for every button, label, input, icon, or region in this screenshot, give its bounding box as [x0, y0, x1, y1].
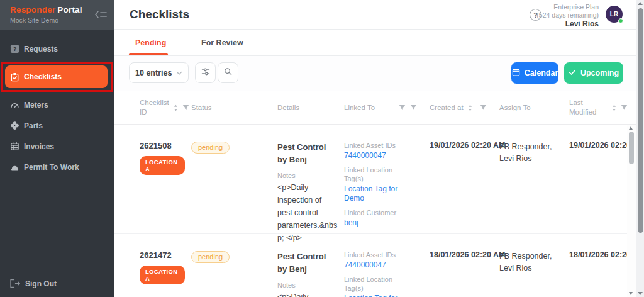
linked-customer-link[interactable]: benj [344, 218, 404, 228]
cell-checklist-id: 2621472 LOCATION A [140, 250, 191, 297]
scroll-up-arrow-icon[interactable] [638, 2, 643, 5]
sidebar-item-permit-to-work[interactable]: Permit To Work [0, 157, 114, 177]
sliders-icon [201, 67, 211, 79]
sidebar-item-label: Requests [24, 45, 58, 53]
help-box-icon: ? [10, 44, 19, 53]
scroll-down-arrow-icon[interactable] [638, 292, 643, 295]
top-header: Checklists ? Enterprise Plan (524 days r… [114, 0, 636, 30]
page-scrollbar[interactable] [636, 0, 644, 297]
linked-location-label: Linked Location Tag(s) [344, 275, 404, 293]
location-badge: LOCATION A [140, 156, 185, 175]
calendar-button[interactable]: Calendar [511, 62, 558, 84]
toolbar: 10 entries Calendar Upcoming [114, 56, 636, 91]
cell-created-at: 19/01/2026 02:20 AM [430, 141, 499, 244]
active-tab-underline [129, 53, 168, 55]
col-header-last-modified: Last Modified [569, 98, 636, 117]
filter-funnel-icon[interactable] [621, 104, 628, 111]
filter-funnel-icon[interactable] [410, 104, 417, 111]
app-window: ResponderPortal Mock Site Demo ? Request… [0, 0, 644, 297]
site-subtitle: Mock Site Demo [10, 16, 106, 24]
avatar[interactable]: LR [606, 6, 623, 23]
scroll-down-arrow-icon[interactable] [629, 292, 633, 295]
sidebar-item-label: Permit To Work [24, 163, 79, 172]
sort-icon[interactable] [174, 104, 178, 111]
linked-asset-link[interactable]: 7440000047 [344, 151, 404, 160]
gauge-icon [10, 100, 19, 109]
created-at: 18/01/2026 02:20 AM [430, 250, 493, 259]
cell-linked-to: Linked Asset IDs 7440000047 Linked Locat… [344, 250, 430, 297]
clipboard-check-icon [10, 72, 19, 82]
table-scrollbar[interactable] [627, 125, 636, 297]
location-badge: LOCATION A [140, 266, 185, 284]
cell-last-modified: 19/01/2026 02:20 AM [569, 141, 636, 244]
sign-out-button[interactable]: Sign Out [0, 279, 114, 288]
sign-out-label: Sign Out [25, 279, 57, 288]
brand-accent: Responder [10, 5, 55, 14]
sidebar-item-invoices[interactable]: Invoices [0, 136, 114, 157]
status-badge: pending [191, 251, 230, 263]
linked-asset-label: Linked Asset IDs [344, 250, 404, 259]
sidebar-item-checklists[interactable]: Checklists [5, 65, 108, 88]
col-header-linked-to: Linked To [344, 103, 430, 113]
sidebar-item-label: Meters [24, 101, 48, 109]
linked-location-link[interactable]: Location Tag for Demo [344, 294, 404, 297]
upcoming-button-label: Upcoming [580, 69, 619, 77]
table-scrollbar-thumb[interactable] [629, 132, 634, 164]
page-scrollbar-thumb[interactable] [638, 8, 643, 233]
brand: ResponderPortal [10, 5, 106, 14]
linked-location-link[interactable]: Location Tag for Demo [344, 184, 404, 203]
check-icon [569, 69, 576, 77]
table-row[interactable]: 2621508 LOCATION A pending Pest Control … [114, 125, 636, 233]
cell-assign-to: FB Responder, Levi Rios [499, 250, 569, 297]
tab-for-review[interactable]: For Review [201, 30, 243, 56]
col-header-details: Details [277, 103, 344, 113]
sort-icon[interactable] [612, 104, 616, 111]
col-header-checklist-id: Checklist ID [140, 98, 191, 117]
status-badge: pending [191, 142, 230, 154]
plan-info: Enterprise Plan (524 days remaining) Lev… [536, 3, 599, 28]
filter-settings-button[interactable] [195, 62, 216, 83]
linked-location-label: Linked Location Tag(s) [344, 165, 404, 183]
entries-dropdown[interactable]: 10 entries [129, 62, 189, 83]
created-at: 19/01/2026 02:20 AM [430, 141, 493, 150]
sidebar-item-parts[interactable]: Parts [0, 115, 114, 136]
sidebar-item-requests[interactable]: ? Requests [0, 38, 114, 59]
cell-assign-to: FB Responder, Levi Rios [499, 141, 569, 244]
notes-label: Notes [277, 171, 337, 180]
search-button[interactable] [218, 62, 238, 83]
chevron-down-icon [176, 69, 182, 77]
plan-name: Enterprise Plan [536, 3, 599, 11]
entries-dropdown-value: 10 entries [135, 69, 172, 77]
tab-pending[interactable]: Pending [135, 30, 166, 56]
sidebar-collapse-icon[interactable] [94, 9, 108, 20]
linked-asset-link[interactable]: 7440000047 [344, 261, 404, 270]
sidebar-item-label: Parts [24, 121, 43, 130]
filter-funnel-icon[interactable] [399, 104, 406, 111]
sidebar-header: ResponderPortal Mock Site Demo [0, 0, 114, 30]
plan-remaining: (524 days remaining) [536, 11, 599, 20]
cell-linked-to: Linked Asset IDs 7440000047 Linked Locat… [344, 141, 430, 244]
assign-to: FB Responder, Levi Rios [499, 141, 562, 165]
checklist-id: 2621472 [140, 250, 185, 260]
puzzle-icon [10, 121, 19, 130]
last-modified: 18/01/2026 02:20 AM [569, 250, 636, 259]
search-icon [223, 67, 233, 79]
brand-rest: Portal [57, 5, 82, 14]
header-divider [521, 0, 521, 30]
notes-label: Notes [277, 281, 337, 289]
cell-details: Pest Control by Benj Notes <p>Daily insp… [277, 141, 344, 244]
details-title: Pest Control by Benj [277, 250, 338, 276]
page-title: Checklists [130, 8, 189, 21]
scroll-up-arrow-icon[interactable] [629, 126, 633, 130]
upcoming-button[interactable]: Upcoming [564, 62, 623, 84]
hard-hat-icon [10, 162, 19, 172]
filter-funnel-icon[interactable] [182, 104, 189, 111]
notes-text: <p>Daily inspection of pest control para… [277, 291, 338, 297]
svg-text:?: ? [13, 46, 17, 52]
sort-icon[interactable] [468, 104, 472, 111]
sidebar-item-meters[interactable]: Meters [0, 94, 114, 115]
table-body: 2621508 LOCATION A pending Pest Control … [114, 125, 636, 297]
invoice-icon [10, 142, 19, 151]
col-header-status: Status [191, 103, 277, 113]
filter-funnel-icon[interactable] [480, 104, 487, 111]
